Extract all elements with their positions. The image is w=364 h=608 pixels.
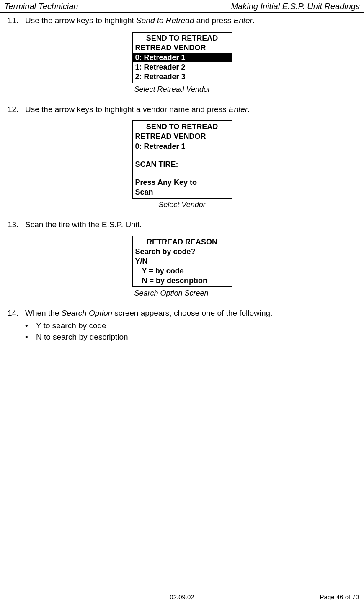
footer-page: Page 46 of 70	[275, 593, 359, 600]
screen-line: N = by description	[133, 276, 232, 286]
footer-date: 02.09.02	[89, 593, 275, 600]
page-content: 11. Use the arrow keys to highlight Send…	[0, 13, 364, 343]
screen-line: 0: Retreader 1	[133, 142, 232, 151]
text-segment: screen appears, choose one of the follow…	[112, 309, 272, 317]
screen-line: 2: Retreader 3	[133, 72, 232, 83]
footer-left	[5, 593, 89, 600]
screen-retread-reason: RETREAD REASON Search by code? Y/N Y = b…	[132, 236, 232, 287]
screen-title: SEND TO RETREAD	[133, 33, 232, 43]
step-14: 14. When the Search Option screen appear…	[8, 308, 356, 319]
page-footer: 02.09.02 Page 46 of 70	[0, 593, 364, 600]
bullet-item: Y to search by code	[25, 320, 356, 332]
screen-title: RETREAD REASON	[133, 236, 232, 247]
screen-send-to-retread-1: SEND TO RETREAD RETREAD VENDOR 0: Retrea…	[132, 32, 232, 83]
screen-line: Scan	[133, 187, 232, 198]
step-number: 13.	[8, 219, 25, 230]
screen-title: SEND TO RETREAD	[133, 121, 232, 132]
screen-line: Y = by code	[133, 266, 232, 276]
text-segment: When the	[25, 309, 62, 317]
screen-line: SCAN TIRE:	[133, 160, 232, 169]
screen-send-to-retread-2: SEND TO RETREAD RETREAD VENDOR 0: Retrea…	[132, 120, 232, 198]
screen-caption: Search Option Screen	[132, 289, 232, 298]
step-12: 12. Use the arrow keys to highlight a ve…	[8, 104, 356, 115]
text-italic: Enter	[229, 105, 248, 114]
step-13: 13. Scan the tire with the E.S.P. Unit.	[8, 219, 356, 230]
screen-line: Press Any Key to	[133, 178, 232, 187]
text-italic: Send to Retread	[136, 16, 194, 25]
text-segment: Use the arrow keys to highlight	[25, 16, 136, 25]
header-left: Terminal Technician	[4, 2, 78, 11]
step-11: 11. Use the arrow keys to highlight Send…	[8, 15, 356, 26]
screen-line: Y/N	[133, 257, 232, 266]
screen-line: RETREAD VENDOR	[133, 132, 232, 141]
bullet-item: N to search by description	[25, 332, 356, 343]
text-segment: .	[253, 16, 255, 25]
header-right: Making Initial E.S.P. Unit Readings	[231, 2, 360, 11]
screen-line: Search by code?	[133, 247, 232, 257]
step-text: When the Search Option screen appears, c…	[25, 308, 356, 319]
text-segment: Use the arrow keys to highlight a vendor…	[25, 105, 229, 114]
bullet-text: N to search by description	[36, 332, 128, 343]
screen-line-selected: 0: Retreader 1	[133, 53, 232, 62]
text-italic: Enter	[233, 16, 252, 25]
screen-caption: Select Retread Vendor	[132, 85, 232, 94]
screen-line: RETREAD VENDOR	[133, 43, 232, 53]
bullet-list: Y to search by code N to search by descr…	[25, 320, 356, 343]
screen-line: 1: Retreader 2	[133, 62, 232, 72]
text-segment: .	[248, 105, 250, 114]
step-number: 11.	[8, 15, 25, 26]
step-number: 14.	[8, 308, 25, 319]
text-segment: and press	[194, 16, 233, 25]
step-text: Scan the tire with the E.S.P. Unit.	[25, 219, 356, 230]
bullet-text: Y to search by code	[36, 320, 106, 332]
text-italic: Search Option	[62, 309, 112, 317]
screen-caption: Select Vendor	[132, 200, 232, 209]
page-header: Terminal Technician Making Initial E.S.P…	[0, 0, 364, 13]
step-number: 12.	[8, 104, 25, 115]
step-text: Use the arrow keys to highlight Send to …	[25, 15, 356, 26]
step-text: Use the arrow keys to highlight a vendor…	[25, 104, 356, 115]
